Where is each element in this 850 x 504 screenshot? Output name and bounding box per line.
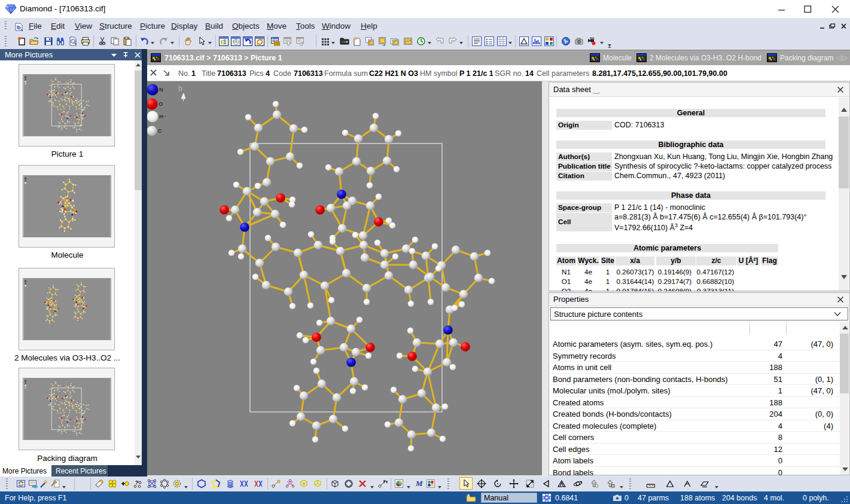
svg-text:M: M xyxy=(415,479,423,488)
svg-text:O: O xyxy=(159,101,163,107)
svg-text:Fe: Fe xyxy=(383,479,388,484)
svg-text:b: b xyxy=(178,84,182,93)
svg-text:H··: H·· xyxy=(159,114,167,120)
svg-text:P: P xyxy=(565,39,568,45)
svg-text:N: N xyxy=(159,87,163,93)
svg-text:?: ? xyxy=(135,479,139,485)
svg-text:C: C xyxy=(158,128,162,134)
